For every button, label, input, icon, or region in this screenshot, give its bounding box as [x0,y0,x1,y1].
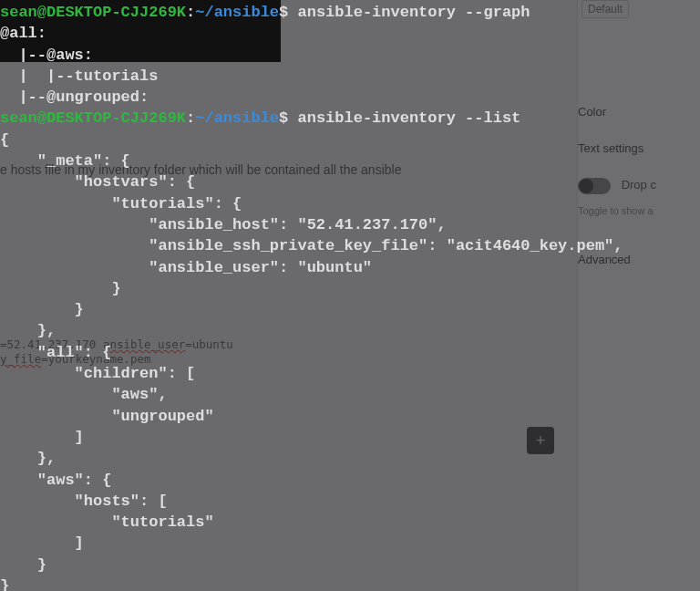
graph-output-3: | |--tutorials [0,67,158,85]
prompt-path-2: ~/ansible [195,109,279,127]
terminal-overlay: sean@DESKTOP-CJJ269K:~/ansible$ ansible-… [0,0,700,591]
cmd-list: ansible-inventory --list [297,109,520,127]
graph-output-4: |--@ungrouped: [0,88,149,106]
json-l4: "tutorials": { [0,195,242,213]
json-l17: "aws": { [0,472,111,489]
json-l2: "_meta": { [0,152,130,170]
json-l1: { [0,131,9,149]
json-l3: "hostvars": { [0,173,195,191]
prompt-dollar-2: $ [279,109,297,127]
json-l22: } [0,577,9,591]
json-l6: "ansible_ssh_private_key_file": "acit464… [0,237,623,254]
json-l5: "ansible_host": "52.41.237.170", [0,216,447,233]
json-l9: } [0,301,84,318]
json-l13: "aws", [0,386,168,403]
cmd-graph: ansible-inventory --graph [297,4,530,21]
graph-output-2: |--@aws: [0,47,93,64]
json-l14: "ungrouped" [0,408,214,425]
prompt-user-2: sean@DESKTOP-CJJ269K [0,109,186,127]
json-l20: ] [0,534,84,552]
prompt-colon: : [186,4,195,21]
json-l11: "all": { [0,344,111,361]
json-l7: "ansible_user": "ubuntu" [0,259,372,276]
json-l10: }, [0,322,56,339]
json-l15: ] [0,429,84,446]
prompt-dollar: $ [279,4,297,21]
json-l8: } [0,280,121,297]
json-l21: } [0,556,46,574]
json-l19: "tutorials" [0,513,214,531]
prompt-user: sean@DESKTOP-CJJ269K [0,4,186,21]
json-l16: }, [0,450,56,467]
terminal-content[interactable]: sean@DESKTOP-CJJ269K:~/ansible$ ansible-… [0,0,623,591]
graph-output-1: @all: [0,25,46,42]
prompt-colon-2: : [186,109,195,127]
prompt-path: ~/ansible [195,4,279,21]
json-l18: "hosts": [ [0,493,168,510]
json-l12: "children": [ [0,365,195,382]
